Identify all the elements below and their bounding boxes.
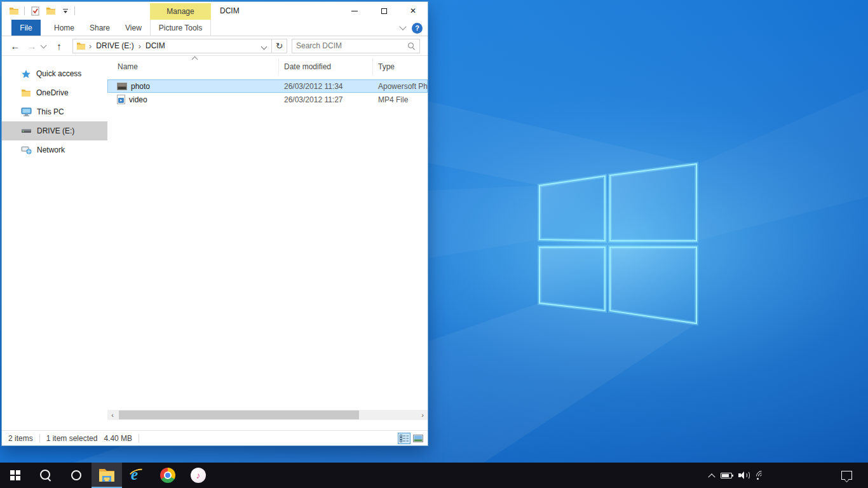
maximize-button[interactable] [369,2,398,20]
scroll-right-icon[interactable]: › [417,410,428,420]
internet-explorer-icon: e [129,467,146,484]
tab-file[interactable]: File [11,20,41,36]
title-bar[interactable]: Manage DCIM ✕ [2,2,428,20]
taskbar-file-explorer-button[interactable] [92,463,122,488]
thumbnails-view-button[interactable] [412,433,424,444]
selection-count: 1 item selected [40,434,104,443]
system-tray [709,463,768,488]
breadcrumb-dcim[interactable]: DCIM [144,41,166,50]
tab-picture-tools[interactable]: Picture Tools [150,20,211,36]
windows-start-icon [10,470,20,480]
separator [74,6,75,15]
search-box[interactable] [292,39,420,53]
file-explorer-icon [98,468,115,482]
back-button[interactable]: ← [7,41,24,51]
address-bar[interactable]: › DRIVE (E:) › DCIM [72,39,272,53]
breadcrumb-drive[interactable]: DRIVE (E:) [95,41,135,50]
internet-explorer-button[interactable]: e [122,463,153,488]
file-name: photo [131,82,150,91]
chrome-button[interactable] [153,463,183,488]
selection-size: 4.40 MB [104,434,139,443]
tab-view[interactable]: View [118,20,149,36]
sidebar-item-drive-e[interactable]: DRIVE (E:) [2,121,107,140]
tab-share[interactable]: Share [82,20,118,36]
details-view-icon [400,435,409,442]
help-icon[interactable]: ? [412,23,423,34]
separator [139,434,139,443]
maximize-icon [381,8,387,14]
sort-ascending-icon [192,57,198,63]
scroll-left-icon[interactable]: ‹ [107,410,118,420]
column-label: Type [378,62,395,71]
breadcrumb-separator-icon: › [135,41,144,51]
window-title: DCIM [220,2,240,20]
up-button[interactable]: ↑ [51,41,67,51]
file-explorer-window: Manage DCIM ✕ File Home Share View Pictu… [1,1,428,446]
file-type: Apowersoft Pho [373,82,428,91]
folder-icon[interactable] [8,5,20,17]
file-date: 26/03/2012 11:27 [279,95,373,104]
battery-icon[interactable] [721,473,732,478]
hidden-icons-chevron-icon[interactable] [708,473,715,480]
search-icon [39,469,52,482]
file-list: Name Date modified Type [107,56,428,420]
scrollbar-thumb[interactable] [119,410,359,419]
file-row-video[interactable]: video 26/03/2012 11:27 MP4 File [107,93,428,106]
drive-icon [21,128,32,133]
cortana-button[interactable] [61,463,92,488]
sidebar-item-label: Quick access [36,69,81,78]
cortana-icon [71,470,81,480]
navigation-pane: Quick access OneDrive This PC [2,56,107,420]
itunes-button[interactable]: ♪ [183,463,214,488]
quick-access-toolbar [8,4,75,17]
chrome-icon [160,468,175,483]
action-center-button[interactable] [834,463,859,488]
ribbon-tabs: File Home Share View Picture Tools ? [2,20,428,36]
file-name: video [129,95,147,104]
sidebar-item-this-pc[interactable]: This PC [2,102,107,121]
itunes-icon: ♪ [191,468,206,483]
desktop: Manage DCIM ✕ File Home Share View Pictu… [0,0,868,488]
quick-access-star-icon [21,69,31,79]
recent-locations-icon[interactable] [41,42,47,48]
sidebar-item-quick-access[interactable]: Quick access [2,64,107,83]
column-header-name[interactable]: Name [107,58,279,75]
column-label: Date modified [284,62,331,71]
new-folder-icon[interactable] [45,5,57,17]
address-dropdown-icon[interactable] [261,43,268,50]
volume-icon[interactable] [738,471,750,480]
file-date: 26/03/2012 11:34 [279,82,373,91]
file-type: MP4 File [373,95,428,104]
thumbnails-view-icon [413,435,423,442]
forward-button[interactable]: → [24,41,40,51]
scrollbar-track[interactable] [118,410,417,420]
column-header-date-modified[interactable]: Date modified [279,58,373,75]
customize-quick-access-icon[interactable] [61,9,70,13]
minimize-ribbon-icon[interactable] [399,23,406,30]
column-header-type[interactable]: Type [373,58,428,75]
search-input[interactable] [296,41,407,50]
ribbon-contextual-group-manage[interactable]: Manage [150,3,211,20]
action-center-icon [841,471,852,480]
wifi-icon[interactable] [756,471,768,480]
sidebar-item-label: DRIVE (E:) [37,126,74,135]
sidebar-item-network[interactable]: Network [2,140,107,159]
tab-home[interactable]: Home [46,20,82,36]
separator [24,6,25,15]
file-row-photo[interactable]: photo 26/03/2012 11:34 Apowersoft Pho [107,79,428,93]
sidebar-item-label: This PC [37,107,64,116]
this-pc-icon [21,107,32,116]
details-view-button[interactable] [398,433,410,444]
search-icon[interactable] [407,42,416,50]
properties-icon[interactable] [29,5,41,17]
close-button[interactable]: ✕ [398,2,428,20]
refresh-button[interactable]: ↻ [272,39,287,53]
minimize-button[interactable] [340,2,369,20]
taskbar-search-button[interactable] [31,463,61,488]
minimize-icon [351,11,358,11]
sidebar-item-onedrive[interactable]: OneDrive [2,83,107,102]
horizontal-scrollbar[interactable]: ‹ › [107,410,428,420]
sidebar-item-label: OneDrive [36,88,69,97]
video-file-icon [117,95,125,104]
start-button[interactable] [0,463,31,488]
